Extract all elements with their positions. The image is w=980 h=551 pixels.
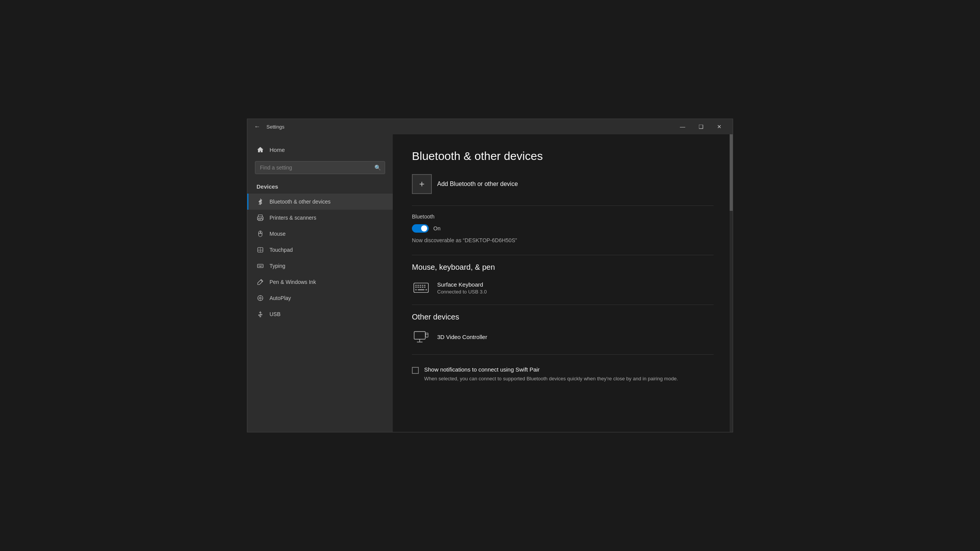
svg-rect-30 bbox=[424, 285, 426, 286]
pen-icon bbox=[256, 278, 264, 286]
sidebar-bluetooth-label: Bluetooth & other devices bbox=[270, 199, 331, 205]
home-icon bbox=[256, 146, 264, 153]
minimize-button[interactable]: — bbox=[674, 119, 691, 134]
add-device-icon: + bbox=[412, 174, 432, 194]
search-icon: 🔍 bbox=[374, 165, 381, 171]
3d-video-controller-name: 3D Video Controller bbox=[437, 334, 487, 340]
svg-rect-23 bbox=[261, 314, 262, 315]
svg-rect-26 bbox=[415, 285, 417, 286]
sidebar-item-printers[interactable]: Printers & scanners bbox=[247, 210, 393, 226]
svg-rect-0 bbox=[258, 215, 263, 217]
sidebar-item-bluetooth[interactable]: Bluetooth & other devices bbox=[247, 194, 393, 210]
svg-rect-28 bbox=[420, 285, 421, 286]
bluetooth-toggle-row: On bbox=[412, 224, 714, 233]
other-devices-title: Other devices bbox=[412, 313, 714, 321]
keyboard-icon bbox=[412, 279, 430, 297]
svg-rect-27 bbox=[417, 285, 419, 286]
swift-pair-text: Show notifications to connect using Swif… bbox=[424, 366, 678, 383]
sidebar-printers-label: Printers & scanners bbox=[270, 215, 316, 221]
window-content: Home 🔍 Devices bbox=[247, 134, 733, 432]
back-button[interactable]: ← bbox=[252, 121, 263, 132]
3d-video-controller-info: 3D Video Controller bbox=[437, 334, 487, 341]
divider-3 bbox=[412, 305, 714, 305]
svg-rect-31 bbox=[415, 287, 417, 288]
svg-rect-29 bbox=[422, 285, 423, 286]
svg-point-21 bbox=[260, 297, 261, 299]
swift-pair-title: Show notifications to connect using Swif… bbox=[424, 366, 678, 373]
sidebar-item-mouse[interactable]: Mouse bbox=[247, 226, 393, 242]
swift-pair-description: When selected, you can connect to suppor… bbox=[424, 375, 678, 383]
display-icon bbox=[412, 328, 430, 347]
sidebar-pen-label: Pen & Windows Ink bbox=[270, 279, 316, 285]
printer-icon bbox=[256, 214, 264, 222]
mouse-keyboard-section: Mouse, keyboard, & pen bbox=[412, 263, 714, 297]
svg-rect-32 bbox=[417, 287, 419, 288]
mouse-icon bbox=[256, 230, 264, 238]
titlebar: ← Settings — ❑ ✕ bbox=[247, 119, 733, 134]
svg-rect-33 bbox=[420, 287, 421, 288]
svg-rect-11 bbox=[258, 264, 263, 268]
surface-keyboard-info: Surface Keyboard Connected to USB 3.0 bbox=[437, 281, 487, 295]
close-button[interactable]: ✕ bbox=[710, 119, 728, 134]
svg-rect-38 bbox=[425, 289, 427, 290]
divider-1 bbox=[412, 205, 714, 206]
touchpad-icon bbox=[256, 246, 264, 254]
devices-section-label: Devices bbox=[247, 180, 393, 194]
bluetooth-icon bbox=[256, 198, 264, 205]
scrollbar-thumb bbox=[730, 134, 733, 211]
svg-point-24 bbox=[260, 316, 261, 317]
divider-2 bbox=[412, 255, 714, 255]
sidebar-item-usb[interactable]: USB bbox=[247, 306, 393, 322]
swift-pair-checkbox[interactable] bbox=[412, 367, 419, 374]
sidebar-item-pen[interactable]: Pen & Windows Ink bbox=[247, 274, 393, 290]
page-title: Bluetooth & other devices bbox=[412, 150, 714, 163]
titlebar-controls: — ❑ ✕ bbox=[674, 119, 728, 134]
svg-rect-22 bbox=[259, 315, 260, 316]
bluetooth-section: Bluetooth On Now discoverable as “DESKTO… bbox=[412, 214, 714, 243]
sidebar-item-autoplay[interactable]: AutoPlay bbox=[247, 290, 393, 306]
sidebar-typing-label: Typing bbox=[270, 263, 285, 269]
sidebar-autoplay-label: AutoPlay bbox=[270, 295, 291, 301]
sidebar-touchpad-label: Touchpad bbox=[270, 247, 293, 253]
svg-rect-35 bbox=[424, 287, 426, 288]
sidebar: Home 🔍 Devices bbox=[247, 134, 393, 432]
settings-window: ← Settings — ❑ ✕ Home bbox=[247, 119, 733, 432]
add-device-button[interactable]: + Add Bluetooth or other device bbox=[412, 174, 714, 194]
toggle-state-label: On bbox=[433, 225, 441, 231]
surface-keyboard-item: Surface Keyboard Connected to USB 3.0 bbox=[412, 279, 714, 297]
svg-rect-36 bbox=[418, 289, 424, 290]
sidebar-item-typing[interactable]: Typing bbox=[247, 258, 393, 274]
sidebar-usb-label: USB bbox=[270, 311, 281, 317]
main-content: Bluetooth & other devices + Add Bluetoot… bbox=[393, 134, 733, 432]
bluetooth-toggle[interactable] bbox=[412, 224, 429, 233]
sidebar-home[interactable]: Home bbox=[247, 142, 393, 157]
other-devices-section: Other devices 3D Video Controller bbox=[412, 313, 714, 347]
surface-keyboard-status: Connected to USB 3.0 bbox=[437, 289, 487, 295]
svg-point-4 bbox=[261, 217, 262, 218]
sidebar-mouse-label: Mouse bbox=[270, 231, 286, 237]
3d-video-controller-item: 3D Video Controller bbox=[412, 328, 714, 347]
svg-rect-34 bbox=[422, 287, 423, 288]
typing-icon bbox=[256, 262, 264, 270]
svg-rect-39 bbox=[414, 332, 425, 339]
sidebar-home-label: Home bbox=[270, 147, 285, 153]
svg-rect-1 bbox=[258, 218, 263, 221]
search-input[interactable] bbox=[260, 165, 371, 171]
swift-pair-section: Show notifications to connect using Swif… bbox=[412, 366, 714, 383]
svg-rect-42 bbox=[426, 333, 428, 337]
plus-icon: + bbox=[419, 179, 425, 189]
add-device-label: Add Bluetooth or other device bbox=[437, 181, 518, 187]
mouse-keyboard-title: Mouse, keyboard, & pen bbox=[412, 263, 714, 272]
usb-icon bbox=[256, 310, 264, 318]
sidebar-item-touchpad[interactable]: Touchpad bbox=[247, 242, 393, 258]
maximize-button[interactable]: ❑ bbox=[692, 119, 710, 134]
svg-rect-37 bbox=[415, 289, 417, 290]
bluetooth-label: Bluetooth bbox=[412, 214, 714, 220]
toggle-knob bbox=[421, 225, 427, 231]
discoverable-text: Now discoverable as “DESKTOP-6D6H50S” bbox=[412, 237, 714, 243]
window-title: Settings bbox=[266, 124, 284, 130]
search-box: 🔍 bbox=[255, 161, 385, 174]
search-container: 🔍 bbox=[247, 157, 393, 180]
scrollbar[interactable] bbox=[730, 134, 733, 432]
surface-keyboard-name: Surface Keyboard bbox=[437, 281, 487, 288]
